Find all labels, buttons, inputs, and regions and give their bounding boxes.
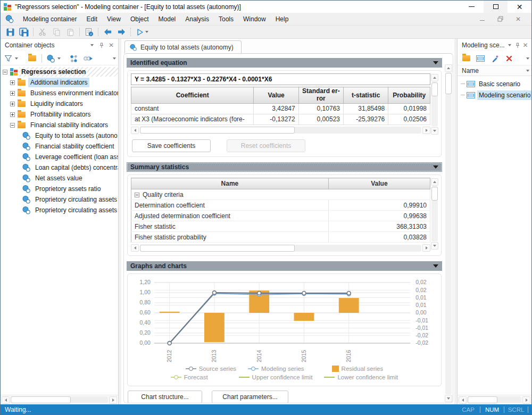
expand-icon[interactable] [10, 91, 15, 96]
col-t-statistic[interactable]: t-statistic [344, 87, 388, 104]
app-menu-icon[interactable] [5, 14, 14, 23]
scroll-down-icon[interactable] [431, 127, 438, 135]
col-standard-error[interactable]: Standard er-ror [298, 87, 343, 104]
pin-button[interactable] [513, 40, 521, 50]
scroll-right-icon[interactable] [522, 396, 530, 404]
scrollbar-thumb[interactable] [445, 73, 452, 94]
run-button[interactable] [134, 26, 151, 38]
scrollbar-thumb[interactable] [140, 245, 295, 252]
copy-button[interactable] [50, 26, 63, 38]
tree-root-regressors-selection[interactable]: Regressors selection [1, 67, 118, 77]
scroll-right-icon[interactable] [422, 244, 430, 252]
table-row[interactable]: Determination coefficient 0,99910 [131, 200, 430, 211]
col-name[interactable]: Name [131, 178, 329, 189]
mdi-minimize-button[interactable] [473, 17, 491, 21]
scrollbar-thumb[interactable] [468, 396, 497, 403]
scrollbar-thumb[interactable] [431, 82, 438, 96]
col-probability[interactable]: Probability [388, 87, 430, 104]
scrollbar-thumb[interactable] [140, 127, 295, 134]
scrollbar-thumb[interactable] [11, 396, 71, 403]
scenario-item-basic[interactable]: Basic scenario [458, 78, 531, 89]
panel-close-button[interactable]: ✕ [521, 40, 529, 50]
tree-folder-profitability[interactable]: Profitability indicators [1, 109, 118, 120]
legend-forecast[interactable]: Forecast [171, 374, 208, 380]
collapse-icon[interactable] [10, 123, 15, 128]
mdi-close-button[interactable]: ✕ [509, 15, 527, 23]
tree-model-equity-to-total-assets[interactable]: Equity to total assets (autono [1, 130, 118, 141]
col-value[interactable]: Value [328, 178, 430, 189]
collapse-section-icon[interactable] [433, 165, 438, 169]
minimize-button[interactable] [460, 1, 484, 13]
right-panel-hscrollbar[interactable] [458, 395, 531, 404]
scenario-item-modeling[interactable]: Modeling scenario [458, 89, 531, 101]
equation-table-vscrollbar[interactable] [430, 73, 439, 135]
scroll-down-icon[interactable] [431, 242, 438, 250]
menu-edit[interactable]: Edit [81, 13, 102, 25]
pin-button[interactable] [97, 40, 106, 50]
scroll-right-icon[interactable] [109, 396, 117, 404]
model-dropdown-icon[interactable] [57, 57, 61, 60]
scrollbar-thumb[interactable] [431, 187, 438, 201]
tree-model-financial-stability-coefficient[interactable]: Financial stability coefficient [1, 141, 118, 152]
scenario-name-column-header[interactable]: Name [458, 65, 531, 76]
equation-formula[interactable]: Y = 3.4285 - 0.1327*X3 - 0.2276*X4 - 0.0… [131, 73, 430, 85]
tree-model-leverage-coefficient[interactable]: Leverage coefficient (loan ass [1, 152, 118, 162]
menu-window[interactable]: Window [238, 13, 271, 25]
back-button[interactable] [101, 26, 114, 38]
scroll-up-icon[interactable] [431, 74, 438, 81]
col-value[interactable]: Value [254, 87, 298, 104]
tree-model-net-assets-value[interactable]: Net assets value [1, 173, 118, 184]
tree-folder-additional-indicators[interactable]: Additional indicators [1, 77, 118, 88]
scroll-right-icon[interactable] [422, 127, 430, 134]
menu-help[interactable]: Help [271, 13, 294, 25]
reset-coefficients-button[interactable]: Reset coefficients [227, 139, 305, 152]
collapse-section-icon[interactable] [433, 61, 438, 64]
scroll-left-icon[interactable] [131, 244, 139, 252]
tree-model-proprietory-assets-ratio[interactable]: Proprietory assets ratio [1, 184, 118, 194]
model-chain-button[interactable] [81, 53, 94, 64]
graphs-and-charts-header[interactable]: Graphs and charts [127, 261, 442, 271]
left-panel-hscrollbar[interactable] [1, 395, 118, 404]
collapse-icon[interactable] [3, 70, 7, 74]
filter-dropdown-icon[interactable] [15, 57, 18, 60]
save-all-button[interactable] [18, 26, 30, 38]
legend-source-series[interactable]: Source series [186, 366, 236, 372]
save-coefficients-button[interactable]: Save coefficients [132, 139, 211, 152]
save-button[interactable] [4, 26, 16, 38]
close-button[interactable]: ✕ [508, 1, 531, 13]
scroll-up-icon[interactable] [431, 178, 438, 186]
expand-icon[interactable] [10, 112, 15, 117]
legend-upper-confidence[interactable]: Upper confidence limit [239, 374, 313, 380]
filter-button[interactable] [3, 53, 13, 64]
document-vscrollbar[interactable] [444, 54, 453, 403]
table-row[interactable]: Fisher statistic 368,31303 [131, 221, 430, 232]
collapse-group-icon[interactable] [135, 193, 139, 197]
paste-button[interactable] [64, 26, 77, 38]
cut-button[interactable] [36, 26, 49, 38]
create-folder-button[interactable] [26, 53, 38, 64]
chart-structure-button[interactable]: Chart structure... [128, 391, 202, 403]
panel-menu-button[interactable] [506, 40, 513, 50]
menu-modeling-container[interactable]: Modeling container [18, 13, 81, 25]
tree-model-proprietory-circulating-assets-2[interactable]: Proprietory circulating assets [1, 205, 118, 215]
tree-model-proprietory-circulating-assets-1[interactable]: Proprietory circulating assets [1, 194, 118, 205]
create-model-button[interactable] [45, 53, 56, 64]
scroll-left-icon[interactable] [459, 396, 467, 404]
summary-table-vscrollbar[interactable] [430, 178, 439, 250]
table-row[interactable]: at X3 (Macroeconomic indicators (fore- -… [131, 114, 430, 124]
maximize-button[interactable] [484, 1, 508, 13]
tree-folder-business-environment[interactable]: Business environment indicators [1, 88, 118, 98]
collapse-section-icon[interactable] [433, 264, 438, 268]
properties-button[interactable]: i [82, 26, 95, 38]
toolbar-overflow-icon[interactable] [526, 57, 529, 60]
scroll-left-icon[interactable] [2, 396, 10, 404]
table-row[interactable]: Fisher statistic probability 0,03828 [131, 232, 430, 243]
run-dropdown-icon[interactable] [145, 31, 148, 33]
toolbar-overflow-icon[interactable] [113, 57, 116, 60]
create-scenario-button[interactable] [474, 53, 487, 64]
delete-scenario-button[interactable] [503, 53, 516, 64]
col-coefficient[interactable]: Coefficient [131, 87, 254, 104]
menu-view[interactable]: View [102, 13, 126, 25]
identified-equation-header[interactable]: Identified equation [127, 58, 442, 68]
equation-table-hscrollbar[interactable] [131, 125, 430, 135]
